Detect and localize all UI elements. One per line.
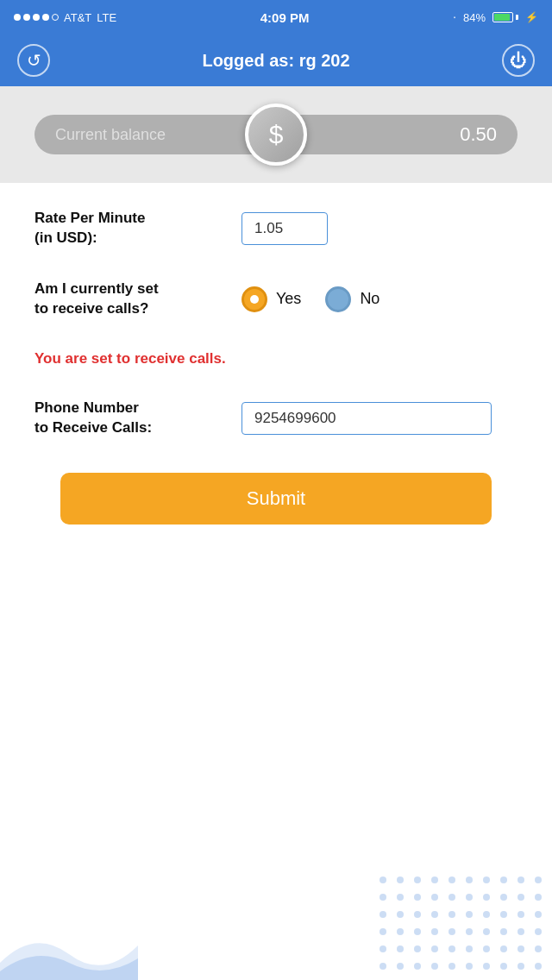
dot-item bbox=[535, 876, 542, 883]
main-content: Rate Per Minute(in USD): Am I currently … bbox=[0, 183, 552, 550]
phone-input[interactable] bbox=[242, 402, 492, 435]
status-time: 4:09 PM bbox=[260, 10, 310, 25]
dot-item bbox=[397, 928, 404, 935]
receive-calls-label: Am I currently setto receive calls? bbox=[34, 280, 224, 319]
dot-item bbox=[483, 963, 490, 970]
dot-item bbox=[500, 928, 507, 935]
radio-yes-circle[interactable] bbox=[242, 286, 267, 312]
bolt-icon: ⚡ bbox=[525, 11, 538, 23]
dot-item bbox=[414, 963, 421, 970]
dot-item bbox=[397, 911, 404, 918]
balance-label: Current balance bbox=[34, 115, 271, 154]
dot-item bbox=[431, 963, 438, 970]
rate-label: Rate Per Minute(in USD): bbox=[34, 209, 224, 248]
dot-item bbox=[500, 945, 507, 952]
header-title: Logged as: rg 202 bbox=[202, 51, 349, 71]
radio-no-circle[interactable] bbox=[325, 286, 351, 312]
dot-item bbox=[466, 928, 473, 935]
battery-percent: 84% bbox=[463, 11, 486, 24]
dot-item bbox=[414, 876, 421, 883]
radio-no-label: No bbox=[360, 290, 380, 308]
dot-item bbox=[448, 928, 455, 935]
dot-item bbox=[500, 963, 507, 970]
dot-item bbox=[535, 894, 542, 901]
battery-body bbox=[492, 12, 513, 22]
power-icon: ⏻ bbox=[510, 51, 527, 71]
currency-symbol: $ bbox=[269, 120, 284, 149]
power-button[interactable]: ⏻ bbox=[502, 44, 535, 77]
status-bar: AT&T LTE 4:09 PM ‧ 84% ⚡ bbox=[0, 0, 552, 35]
dot-item bbox=[483, 911, 490, 918]
dot-item bbox=[414, 894, 421, 901]
dot-item bbox=[380, 963, 386, 970]
dot-item bbox=[535, 945, 542, 952]
rate-input[interactable] bbox=[242, 212, 328, 245]
dot-item bbox=[500, 876, 507, 883]
status-message: You are set to receive calls. bbox=[34, 350, 518, 368]
phone-label: Phone Numberto Receive Calls: bbox=[34, 399, 224, 438]
dot-item bbox=[483, 928, 490, 935]
dot-item bbox=[431, 928, 438, 935]
dot1 bbox=[14, 14, 21, 21]
dot-item bbox=[448, 894, 455, 901]
dot-item bbox=[397, 945, 404, 952]
dot3 bbox=[33, 14, 40, 21]
dot2 bbox=[23, 14, 30, 21]
dots-pattern: // Generate dots inline for(let i=0; i<6… bbox=[380, 876, 552, 975]
dot-item bbox=[466, 945, 473, 952]
battery-icon bbox=[492, 12, 518, 22]
dot-item bbox=[448, 945, 455, 952]
dot-item bbox=[448, 876, 455, 883]
dot-item bbox=[535, 928, 542, 935]
dot-item bbox=[535, 963, 542, 970]
battery-fill bbox=[494, 14, 510, 21]
dot-item bbox=[380, 894, 386, 901]
dot-item bbox=[380, 945, 386, 952]
dot-item bbox=[397, 894, 404, 901]
dot-item bbox=[500, 894, 507, 901]
dot-item bbox=[535, 911, 542, 918]
dot-item bbox=[414, 945, 421, 952]
balance-section: Current balance $ 0.50 bbox=[0, 86, 552, 183]
dot-item bbox=[518, 876, 524, 883]
dot-item bbox=[518, 963, 524, 970]
dot-item bbox=[414, 928, 421, 935]
dot-item bbox=[518, 945, 524, 952]
dot-item bbox=[466, 911, 473, 918]
bottom-decoration: // Generate dots inline for(let i=0; i<6… bbox=[380, 876, 552, 980]
receive-calls-row: Am I currently setto receive calls? Yes … bbox=[34, 280, 518, 319]
network-type: LTE bbox=[97, 11, 116, 24]
bottom-wave bbox=[0, 911, 138, 980]
dot-item bbox=[500, 911, 507, 918]
carrier-area: AT&T LTE bbox=[14, 11, 116, 24]
submit-button[interactable]: Submit bbox=[60, 473, 492, 525]
dot-item bbox=[466, 876, 473, 883]
dot-item bbox=[518, 911, 524, 918]
dot-item bbox=[431, 876, 438, 883]
phone-row: Phone Numberto Receive Calls: bbox=[34, 399, 518, 438]
radio-no[interactable]: No bbox=[325, 286, 380, 312]
dot-item bbox=[483, 945, 490, 952]
back-icon: ↺ bbox=[27, 50, 41, 71]
dot-item bbox=[431, 894, 438, 901]
bluetooth-icon: ‧ bbox=[453, 11, 456, 24]
balance-circle: $ bbox=[245, 104, 307, 166]
back-button[interactable]: ↺ bbox=[17, 44, 50, 77]
dot-item bbox=[380, 911, 386, 918]
dot4 bbox=[42, 14, 49, 21]
dot-item bbox=[380, 928, 386, 935]
dot-item bbox=[483, 894, 490, 901]
dot-item bbox=[414, 911, 421, 918]
dot5 bbox=[52, 14, 59, 21]
rate-row: Rate Per Minute(in USD): bbox=[34, 209, 518, 248]
dot-item bbox=[448, 963, 455, 970]
battery-tip bbox=[516, 15, 518, 20]
dot-item bbox=[397, 963, 404, 970]
signal-dots bbox=[14, 14, 59, 21]
dot-item bbox=[466, 894, 473, 901]
balance-amount: 0.50 bbox=[281, 115, 518, 154]
dot-item bbox=[448, 911, 455, 918]
dot-item bbox=[431, 945, 438, 952]
dot-item bbox=[431, 911, 438, 918]
radio-yes[interactable]: Yes bbox=[242, 286, 301, 312]
